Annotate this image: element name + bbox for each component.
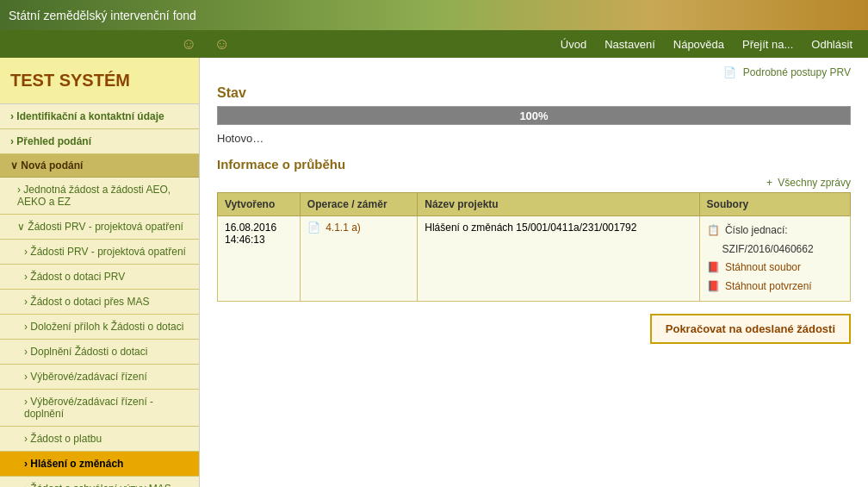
info-table: Vytvořeno Operace / záměr Název projektu… [217, 192, 851, 302]
progress-bar: 100% [218, 107, 850, 124]
arrow-icon: › [24, 296, 28, 308]
operace-icon: 📄 [307, 222, 320, 234]
sidebar-item-zadosti-prv[interactable]: › Žádosti PRV - projektová opatření [0, 240, 199, 265]
sidebar-item-vyberove[interactable]: › Výběrové/zadávací řízení [0, 365, 199, 390]
arrow-icon: › [24, 433, 28, 445]
sidebar-item-zadost-platbu[interactable]: › Žádost o platbu [0, 427, 199, 452]
vytvoreno-date: 16.08.2016 [225, 222, 276, 234]
col-soubory: Soubory [699, 193, 850, 216]
person-icon-1: ☺ [181, 35, 196, 53]
info-title: Informace o průběhu [217, 157, 851, 172]
header-title: Státní zemědělský intervenční fond [9, 9, 196, 22]
sidebar-item-doplneni[interactable]: › Doplnění Žádosti o dotaci [0, 340, 199, 365]
arrow-icon: › [24, 271, 28, 283]
potvrzeni-link-container: 📕 Stáhnout potvrzení [707, 278, 843, 297]
nav-icons-group: ☺ ☺ [181, 35, 230, 53]
stahnout-potvrzeni-link[interactable]: Stáhnout potvrzení [725, 280, 812, 292]
prv-link[interactable]: Podrobné postupy PRV [743, 66, 851, 78]
sidebar: TEST SYSTÉM › Identifikační a kontaktní … [0, 58, 200, 487]
stahnout-soubor-link[interactable]: Stáhnout soubor [725, 261, 801, 273]
arrow-icon: › [24, 483, 28, 487]
sidebar-item-vyberove-doplneni[interactable]: › Výběrové/zadávací řízení - doplnění [0, 390, 199, 427]
arrow-icon: › [24, 346, 28, 358]
cell-soubory: 📋 Číslo jednací: SZIF/2016/0460662 📕 Stá… [699, 216, 850, 302]
sidebar-item-zadost-dotaci-mas[interactable]: › Žádost o dotaci přes MAS [0, 290, 199, 315]
vytvoreno-cas: 14:46:13 [225, 234, 265, 246]
table-row: 16.08.2016 14:46:13 📄 4.1.1 a) Hlášení o… [218, 216, 851, 302]
arrow-icon: › [24, 458, 28, 470]
progress-container: 100% [217, 106, 851, 125]
sidebar-item-zadost-schvaleni[interactable]: › Žádost o schválení výzvy MAS [0, 477, 199, 487]
arrow-icon: › [10, 135, 14, 147]
vsechny-zpravy-link[interactable]: Všechny zprávy [778, 177, 851, 189]
col-vytvoreno: Vytvořeno [218, 193, 301, 216]
cislo-jednaci: 📋 Číslo jednací: SZIF/2016/0460662 [707, 222, 843, 259]
layout: TEST SYSTÉM › Identifikační a kontaktní … [0, 58, 868, 487]
nav-nastaveni[interactable]: Nastavení [598, 38, 662, 51]
pokracovat-button[interactable]: Pokračovat na odeslané žádosti [650, 314, 851, 344]
header-top: Státní zemědělský intervenční fond [0, 0, 868, 30]
arrow-icon: › [24, 396, 28, 408]
vsechny-zpravy-container: + Všechny zprávy [217, 177, 851, 189]
pdf-icon-1: 📕 [707, 261, 720, 273]
progress-percent: 100% [519, 109, 548, 122]
sidebar-item-hlaseni[interactable]: › Hlášení o změnách [0, 452, 199, 477]
person-icon-2: ☺ [214, 35, 229, 53]
arrow-icon: › [24, 321, 28, 333]
col-nazev: Název projektu [418, 193, 699, 216]
cell-operace: 📄 4.1.1 a) [300, 216, 417, 302]
nav-prejit[interactable]: Přejít na... [735, 38, 800, 51]
sidebar-item-jednotna[interactable]: › Jednotná žádost a žádosti AEO, AEKO a … [0, 178, 199, 215]
arrow-icon: › [24, 246, 28, 258]
sidebar-item-zadosti-prv-group[interactable]: ∨ Žádosti PRV - projektová opatření [0, 215, 199, 240]
continue-btn-container: Pokračovat na odeslané žádosti [217, 314, 851, 344]
arrow-icon: ∨ [10, 159, 18, 172]
sidebar-item-nova-podani[interactable]: ∨ Nová podání [0, 154, 199, 178]
sidebar-item-dolozeni[interactable]: › Doložení příloh k Žádosti o dotaci [0, 315, 199, 340]
pdf-icon-2: 📕 [707, 280, 720, 292]
cell-vytvoreno: 16.08.2016 14:46:13 [218, 216, 301, 302]
main-content: 📄 Podrobné postupy PRV Stav 100% Hotovo…… [200, 58, 868, 487]
stav-title: Stav [217, 85, 851, 101]
cislo-value: SZIF/2016/0460662 [722, 243, 814, 255]
arrow-icon: ∨ [17, 221, 25, 233]
vsechny-zpravy-icon: + [766, 177, 772, 189]
operace-link[interactable]: 4.1.1 a) [326, 222, 361, 234]
doc-icon: 📋 [707, 224, 720, 236]
arrow-icon: › [24, 371, 28, 383]
arrow-icon: › [17, 184, 21, 196]
soubor-link-container: 📕 Stáhnout soubor [707, 259, 843, 278]
sidebar-title: TEST SYSTÉM [0, 58, 199, 104]
table-header-row: Vytvořeno Operace / záměr Název projektu… [218, 193, 851, 216]
arrow-icon: › [10, 110, 14, 122]
header-nav: ☺ ☺ Úvod Nastavení Nápověda Přejít na...… [0, 30, 868, 58]
cislo-label: Číslo jednací: [725, 224, 788, 236]
hotovo-text: Hotovo… [217, 132, 851, 145]
nav-uvod[interactable]: Úvod [554, 38, 593, 51]
sidebar-item-identifikacni[interactable]: › Identifikační a kontaktní údaje [0, 104, 199, 129]
prv-link-container: 📄 Podrobné postupy PRV [217, 66, 851, 78]
col-operace: Operace / záměr [300, 193, 417, 216]
cell-nazev: Hlášení o změnách 15/001/0411a/231/00179… [418, 216, 699, 302]
sidebar-item-zadost-dotaci-prv[interactable]: › Žádost o dotaci PRV [0, 265, 199, 290]
sidebar-item-prehled[interactable]: › Přehled podání [0, 129, 199, 154]
nav-odhlasit[interactable]: Odhlásit [804, 38, 859, 51]
nav-napoveda[interactable]: Nápověda [666, 38, 731, 51]
prv-doc-icon: 📄 [723, 66, 736, 78]
